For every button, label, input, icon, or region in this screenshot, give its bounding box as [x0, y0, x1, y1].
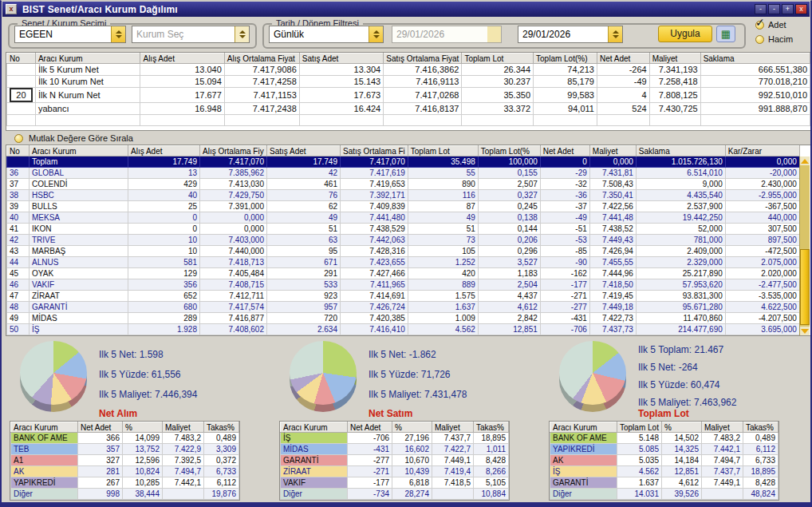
col-header-11[interactable]: Kar/Zarar [725, 146, 799, 156]
table-row[interactable]: 48GARANTİ6807.417,5749577.426,7241.6374,… [7, 302, 800, 313]
col-header-1[interactable]: Net Adet [348, 422, 392, 433]
table-row[interactable]: Diğer99838,44419,876 [11, 489, 239, 500]
col-header-2[interactable]: % [392, 422, 432, 433]
col-header-0[interactable]: Aracı Kurum [11, 422, 78, 433]
col-header-10[interactable]: Saklama [636, 146, 725, 156]
col-header-3[interactable]: Maliyet [702, 422, 743, 433]
close-icon[interactable]: x [6, 4, 17, 14]
col-header-4[interactable]: Satış Adet [299, 53, 383, 64]
table-row[interactable]: VAKIF-1776,8187.418,55,105 [281, 477, 509, 489]
col-header-3[interactable]: Alış Ortalama Fiy [200, 146, 267, 156]
table-row[interactable]: ZİRAAT-27110,4397.419,48,266 [281, 466, 509, 477]
table-row[interactable]: 44ALNUS5817.418,7136717.423,6551.2523,52… [7, 257, 800, 268]
col-header-4[interactable]: Takas% [743, 422, 778, 433]
unit-option-hacim[interactable]: Hacim [755, 34, 793, 44]
col-header-9[interactable]: Maliyet [649, 53, 700, 64]
table-row[interactable]: 41IKON00,000517.438,529510,144-517.438,5… [7, 224, 800, 235]
table-row[interactable]: 49MİDAS2897.416,8777207.420,3851.0092,84… [7, 313, 800, 324]
minimize-icon[interactable]: - [755, 4, 767, 14]
table-row[interactable]: YAPIKREDİ26710,2857.442,16,112 [11, 477, 239, 489]
table-row[interactable]: 20İlk N Kurum Net17.6777.417,115317.6737… [7, 88, 810, 103]
period-select[interactable]: Günlük [269, 26, 384, 43]
table-row[interactable]: GARANTİ1.6374,6127.449,18,428 [550, 477, 778, 489]
hacim-radio-icon[interactable] [755, 35, 764, 44]
table-row[interactable]: BANK OF AME5.14814,5027.483,20,489 [550, 433, 778, 444]
broker-select[interactable]: Kurum Seç [132, 26, 250, 43]
col-header-0[interactable]: No [7, 146, 30, 156]
table-row[interactable]: 40MEKSA00,000497.441,480490,138-497.441,… [7, 212, 800, 224]
table-row[interactable]: 37COLENDİ4297.413,0304617.419,6538902,50… [7, 179, 800, 190]
table-row[interactable]: İlk 5 Kurum Net13.0407.417,908613.3047.4… [7, 64, 810, 76]
n-kurum-input[interactable]: 20 [10, 88, 32, 102]
scroll-thumb[interactable] [800, 249, 810, 324]
col-header-0[interactable]: Aracı Kurum [281, 422, 348, 433]
col-header-4[interactable]: Takas% [474, 422, 509, 433]
col-header-4[interactable]: Takas% [204, 422, 239, 433]
col-header-1[interactable]: Toplam Lot [617, 422, 662, 433]
col-header-9[interactable]: Maliyet [589, 146, 636, 156]
table-row[interactable]: İlk 10 Kurum Net15.0947.417,425815.1437.… [7, 76, 810, 88]
table-row[interactable]: İŞ4.56212,8517.437,718,895 [550, 466, 778, 477]
col-header-3[interactable]: Alış Ortalama Fiyat [224, 53, 299, 64]
stock-select[interactable]: EGEEN [14, 26, 126, 43]
end-date-field[interactable]: 29/01/2026 [518, 26, 623, 43]
table-row[interactable]: 36GLOBAL137.385,962427.417,619550,155-29… [7, 168, 800, 179]
table-row[interactable]: İŞ-70627,1967.437,718,895 [281, 433, 509, 444]
col-header-0[interactable]: No [7, 53, 36, 64]
col-header-2[interactable]: Alış Adet [128, 146, 200, 156]
table-row[interactable]: A132712,5967.392,50,372 [11, 455, 239, 466]
col-header-6[interactable]: Toplam Lot [462, 53, 534, 64]
col-header-8[interactable]: Net Adet [597, 53, 649, 64]
table-row[interactable]: YAPIKREDİ5.08514,3257.442,16,112 [550, 444, 778, 455]
col-header-2[interactable]: % [662, 422, 702, 433]
table-row[interactable]: 45OYAK1297.405,4842917.427,4664201,183-1… [7, 268, 800, 279]
table-row[interactable]: yabancı16.9487.417,243816.4247.416,81373… [7, 103, 810, 115]
end-date-spinner-icon[interactable] [608, 26, 622, 42]
unit-option-adet[interactable]: ✓ Adet [755, 20, 786, 30]
col-header-2[interactable]: Alış Adet [140, 53, 224, 64]
col-header-0[interactable]: Aracı Kurum [550, 422, 617, 433]
table-row[interactable]: 38HSBC407.429,750767.392,1711160,327-367… [7, 190, 800, 201]
col-header-3[interactable]: Maliyet [163, 422, 204, 433]
table-row[interactable]: Toplam17.7497.417,07017.7497.417,07035.4… [7, 156, 800, 168]
table-row[interactable]: GARANTİ-27710,6707.449,18,428 [281, 455, 509, 466]
col-header-7[interactable]: Toplam Lot(%) [534, 53, 597, 64]
col-header-7[interactable]: Toplam Lot(% [478, 146, 540, 156]
col-header-1[interactable]: Net Adet [78, 422, 123, 433]
table-row[interactable]: MİDAS-43116,6027.422,71,011 [281, 444, 509, 455]
col-header-4[interactable]: Satış Adet [267, 146, 341, 156]
col-header-10[interactable]: Saklama [700, 53, 810, 64]
adet-radio-icon[interactable]: ✓ [755, 21, 764, 30]
start-date-field[interactable]: 29/01/2026 [392, 26, 502, 43]
col-header-8[interactable]: Net Adet [540, 146, 589, 156]
table-row[interactable]: BANK OF AME36614,0997.483,20,489 [11, 433, 239, 444]
table-row[interactable]: 47ZİRAAT6527.412,7119237.414,6911.5754,4… [7, 291, 800, 302]
table-row[interactable]: Diğer14.03139,52648,824 [550, 489, 778, 500]
table-row[interactable]: TEB35713,7527.422,93,309 [11, 444, 239, 455]
sort-option[interactable]: Mutlak Değere Göre Sırala [14, 133, 133, 143]
table-row[interactable]: Diğer-73428,27410,884 [281, 489, 509, 500]
broker-select-spinner-icon[interactable] [235, 26, 249, 42]
maximize-icon[interactable]: + [782, 4, 794, 14]
stock-select-spinner-icon[interactable] [111, 26, 125, 42]
sort-radio-icon[interactable] [14, 134, 23, 143]
table-row[interactable]: 43MARBAŞ107.440,000957.428,3161050,296-8… [7, 246, 800, 257]
col-header-1[interactable]: Aracı Kurum [35, 53, 140, 64]
col-header-3[interactable]: Maliyet [432, 422, 474, 433]
table-row[interactable]: 39BULLS257.391,000627.409,839870,245-377… [7, 201, 800, 212]
col-header-5[interactable]: Satış Ortalama Fiyat [384, 53, 462, 64]
start-date-button[interactable] [487, 26, 501, 42]
table-row[interactable]: 50İŞ1.9287.408,6022.6347.416,4104.56212,… [7, 324, 800, 335]
restore-icon[interactable]: - [768, 4, 780, 14]
col-header-2[interactable]: % [123, 422, 163, 433]
scroll-down-icon[interactable] [800, 327, 810, 335]
col-header-1[interactable]: Aracı Kurum [30, 146, 128, 156]
apply-button[interactable]: Uygula [658, 26, 712, 42]
table-row[interactable]: 42TRIVE107.403,000637.442,063730,206-537… [7, 235, 800, 246]
close-window-icon[interactable]: x [795, 4, 807, 14]
col-header-5[interactable]: Satış Ortalama Fi [341, 146, 408, 156]
period-select-spinner-icon[interactable] [369, 26, 383, 42]
col-header-6[interactable]: Toplam Lot [408, 146, 478, 156]
table-row[interactable]: AK5.03514,1847.494,76,733 [550, 455, 778, 466]
table-row[interactable]: AK28110,8247.494,76,733 [11, 466, 239, 477]
